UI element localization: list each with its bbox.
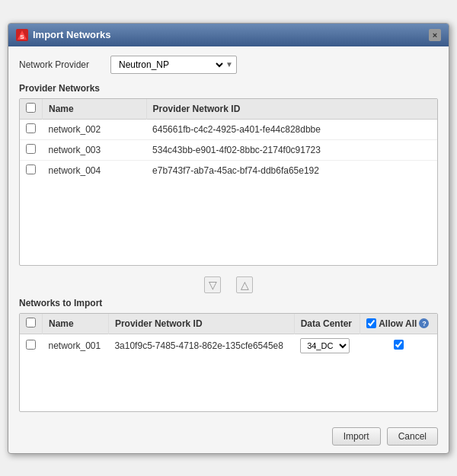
import-networks-dialog: S Import Networks × Network Provider Neu… <box>8 23 449 454</box>
provider-network-id: e7b743f7-ab7a-45ac-bf74-ddb6fa65e192 <box>146 160 437 180</box>
row-checkbox-col <box>20 139 43 160</box>
provider-network-checkbox[interactable] <box>26 165 36 174</box>
allow-checkbox[interactable] <box>394 340 404 350</box>
provider-networks-title: Provider Networks <box>19 83 438 94</box>
network-provider-label: Network Provider <box>19 59 103 70</box>
app-icon: S <box>16 29 28 41</box>
network-provider-row: Network Provider Neutron_NP ▼ <box>19 56 438 74</box>
import-network-dc: 34_DC <box>294 334 360 357</box>
provider-networks-row: network_002 645661fb-c4c2-4925-a401-fe44… <box>20 119 437 139</box>
arrow-row: ▽ △ <box>19 272 438 298</box>
import-networks-select-all-checkbox[interactable] <box>26 318 36 327</box>
provider-network-name: network_004 <box>43 160 147 180</box>
provider-networks-select-all-col <box>20 99 43 120</box>
provider-networks-select-all-checkbox[interactable] <box>26 103 36 113</box>
title-bar: S Import Networks × <box>8 24 449 46</box>
row-checkbox-col <box>20 160 43 180</box>
import-networks-dc-header: Data Center <box>294 314 360 334</box>
provider-networks-id-header: Provider Network ID <box>146 99 437 120</box>
import-network-name: network_001 <box>43 334 109 357</box>
import-network-checkbox[interactable] <box>26 340 36 350</box>
allow-all-header-label: Allow All <box>379 318 417 329</box>
svg-text:S: S <box>20 34 24 40</box>
allow-all-info-icon[interactable]: ? <box>419 318 429 328</box>
select-arrow-icon: ▼ <box>225 60 236 69</box>
provider-network-checkbox[interactable] <box>26 123 36 133</box>
provider-networks-row: network_004 e7b743f7-ab7a-45ac-bf74-ddb6… <box>20 160 437 180</box>
import-button[interactable]: Import <box>332 427 381 446</box>
network-provider-select-wrapper: Neutron_NP ▼ <box>110 56 237 74</box>
close-button[interactable]: × <box>429 29 441 41</box>
import-networks-allow-header: Allow All ? <box>360 314 437 334</box>
move-down-button[interactable]: ▽ <box>204 276 221 293</box>
dialog-body: Network Provider Neutron_NP ▼ Provider N… <box>8 46 449 421</box>
provider-networks-body: network_002 645661fb-c4c2-4925-a401-fe44… <box>20 119 437 180</box>
provider-network-name: network_002 <box>43 119 147 139</box>
import-networks-header-row: Name Provider Network ID Data Center All… <box>20 314 437 334</box>
provider-network-checkbox[interactable] <box>26 144 36 154</box>
import-network-id: 3a10f9c5-7485-4718-862e-135cfe6545e8 <box>108 334 294 357</box>
import-networks-table: Name Provider Network ID Data Center All… <box>20 314 437 357</box>
import-networks-body: network_001 3a10f9c5-7485-4718-862e-135c… <box>20 334 437 357</box>
import-networks-id-header: Provider Network ID <box>108 314 294 334</box>
network-provider-select[interactable]: Neutron_NP <box>111 56 225 73</box>
provider-networks-row: network_003 534c43bb-e901-4f02-8bbc-2174… <box>20 139 437 160</box>
import-networks-title: Networks to Import <box>19 298 438 308</box>
provider-networks-name-header: Name <box>43 99 147 120</box>
dialog-footer: Import Cancel <box>8 421 449 453</box>
provider-network-name: network_003 <box>43 139 147 160</box>
provider-networks-header-row: Name Provider Network ID <box>20 99 437 120</box>
cancel-button[interactable]: Cancel <box>387 427 438 446</box>
import-networks-select-all-col <box>20 314 43 334</box>
provider-networks-table: Name Provider Network ID network_002 645… <box>20 99 437 180</box>
import-networks-table-container: Name Provider Network ID Data Center All… <box>19 313 438 412</box>
provider-network-id: 534c43bb-e901-4f02-8bbc-2174f0c91723 <box>146 139 437 160</box>
data-center-select[interactable]: 34_DC <box>300 338 350 353</box>
import-network-allow <box>360 334 437 357</box>
import-networks-row: network_001 3a10f9c5-7485-4718-862e-135c… <box>20 334 437 357</box>
dialog-title: Import Networks <box>33 29 111 40</box>
provider-networks-table-container: Name Provider Network ID network_002 645… <box>19 98 438 266</box>
provider-network-id: 645661fb-c4c2-4925-a401-fe44c828dbbe <box>146 119 437 139</box>
allow-all-header-checkbox[interactable] <box>366 318 376 328</box>
import-networks-name-header: Name <box>43 314 109 334</box>
move-up-button[interactable]: △ <box>236 276 253 293</box>
row-checkbox-col <box>20 119 43 139</box>
row-checkbox-col <box>20 334 43 357</box>
